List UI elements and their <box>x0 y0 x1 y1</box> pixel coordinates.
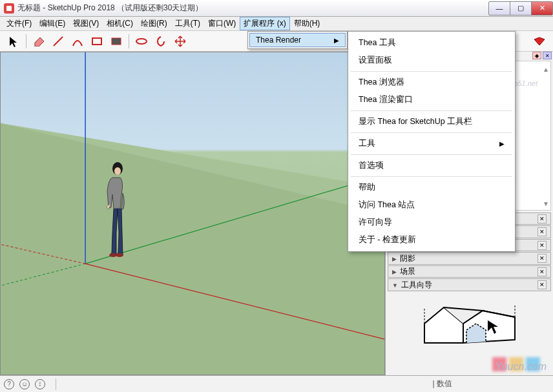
tray-instructor[interactable]: ▼工具向导✕ <box>388 278 551 291</box>
menu-settings-panel[interactable]: 设置面板 <box>348 52 515 69</box>
menu-extensions[interactable]: 扩展程序 (x) <box>240 17 289 30</box>
svg-point-11 <box>114 167 121 175</box>
svg-rect-0 <box>92 38 101 45</box>
menu-show-toolbar[interactable]: 显示 Thea for SketchUp 工具栏 <box>348 113 515 130</box>
maximize-button[interactable]: ▢ <box>510 1 532 15</box>
svg-rect-1 <box>112 38 121 45</box>
tray-close-icon[interactable]: ✕ <box>537 267 547 276</box>
window-title: 无标题 - SketchUp Pro 2018 （试用版还剩30天过期） <box>17 3 489 14</box>
chevron-right-icon: ▶ <box>334 37 339 44</box>
menu-draw[interactable]: 绘图(R) <box>137 17 171 30</box>
svg-point-2 <box>136 39 147 44</box>
scale-figure <box>101 162 130 259</box>
watermark: Yuucn.com <box>496 361 547 373</box>
tray-close-icon[interactable]: ✕ <box>537 227 547 236</box>
pin-icon[interactable]: ◆ <box>532 52 541 59</box>
user-icon[interactable]: ☺ <box>19 379 30 389</box>
menu-tools-sub[interactable]: 工具▶ <box>348 135 515 152</box>
tray-close-icon[interactable]: ✕ <box>537 254 547 263</box>
thea-dropdown-menu: Thea 工具 设置面板 Thea 浏览器 Thea 渲染窗口 显示 Thea … <box>348 31 516 252</box>
line-tool-icon[interactable] <box>50 33 67 50</box>
menu-help[interactable]: 帮助(H) <box>290 17 324 30</box>
close-button[interactable]: ✕ <box>531 1 553 15</box>
tray-shadows[interactable]: ▶阴影✕ <box>388 252 551 265</box>
menu-window[interactable]: 窗口(W) <box>204 17 240 30</box>
rectangle-tool-icon[interactable] <box>89 33 105 50</box>
menu-license-wizard[interactable]: 许可向导 <box>348 214 515 231</box>
menu-thea-browser[interactable]: Thea 浏览器 <box>348 74 515 91</box>
extensions-submenu: Thea Render ▶ <box>247 31 348 49</box>
close-tray-icon[interactable]: ✕ <box>543 52 552 59</box>
menu-visit-site[interactable]: 访问 Thea 站点 <box>348 196 515 214</box>
chevron-right-icon: ▶ <box>499 140 505 147</box>
submenu-label: Thea Render <box>256 36 301 45</box>
ruby-icon[interactable] <box>531 33 548 50</box>
title-bar: 无标题 - SketchUp Pro 2018 （试用版还剩30天过期） — ▢… <box>0 0 553 17</box>
eraser-tool-icon[interactable] <box>30 33 47 50</box>
menu-camera[interactable]: 相机(C) <box>103 17 137 30</box>
geo-icon[interactable]: ⟟ <box>35 379 45 389</box>
3d-viewport[interactable]: www.jb51.net <box>0 52 385 375</box>
pan-tool-icon[interactable] <box>152 33 169 50</box>
tray-scenes[interactable]: ▶场景✕ <box>388 265 551 278</box>
menu-help[interactable]: 帮助 <box>348 179 515 196</box>
minimize-button[interactable]: — <box>488 1 510 15</box>
menu-about-update[interactable]: 关于 - 检查更新 <box>348 231 515 249</box>
app-icon <box>4 3 14 14</box>
menu-edit[interactable]: 编辑(E) <box>36 17 69 30</box>
svg-point-13 <box>116 253 123 257</box>
menu-thea-render-window[interactable]: Thea 渲染窗口 <box>348 91 515 108</box>
tray-close-icon[interactable]: ✕ <box>537 214 547 223</box>
menu-file[interactable]: 文件(F) <box>3 17 36 30</box>
submenu-thea-render[interactable]: Thea Render ▶ <box>249 33 346 47</box>
move-tool-icon[interactable] <box>172 33 189 50</box>
select-tool-icon[interactable] <box>5 33 22 50</box>
arc-tool-icon[interactable] <box>69 33 86 50</box>
shape-tool-icon[interactable] <box>108 33 125 50</box>
status-bar: ? ☺ ⟟ | 数值 <box>0 375 553 392</box>
menu-view[interactable]: 视图(V) <box>69 17 103 30</box>
menu-tools[interactable]: 工具(T) <box>171 17 204 30</box>
menu-thea-tools[interactable]: Thea 工具 <box>348 34 515 52</box>
menu-preferences[interactable]: 首选项 <box>348 157 515 174</box>
tray-close-icon[interactable]: ✕ <box>537 280 547 289</box>
value-label: 数值 <box>437 379 452 388</box>
menu-bar: 文件(F) 编辑(E) 视图(V) 相机(C) 绘图(R) 工具(T) 窗口(W… <box>0 17 553 31</box>
help-icon[interactable]: ? <box>4 379 14 389</box>
tray-close-icon[interactable]: ✕ <box>537 241 547 250</box>
orbit-tool-icon[interactable] <box>133 33 150 50</box>
